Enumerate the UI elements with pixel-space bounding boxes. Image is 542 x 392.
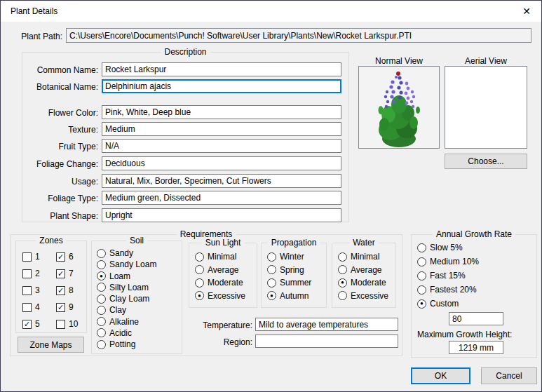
plant-shape-field[interactable]: [102, 208, 341, 222]
plant-details-dialog: Plant Details ✕ Plant Path: Description …: [0, 0, 542, 392]
soil-radio-alkaline[interactable]: Alkaline: [97, 317, 180, 327]
radio-icon: [338, 291, 347, 300]
texture-label: Texture:: [22, 125, 98, 135]
temperature-field[interactable]: [255, 318, 398, 331]
zone-checkbox-6[interactable]: ✓6: [56, 252, 83, 262]
sun-light-label: Minimal: [208, 252, 236, 262]
zone-checkbox-3[interactable]: 3: [22, 285, 56, 295]
temperature-label: Temperature:: [182, 320, 252, 330]
soil-label: Loam: [109, 271, 130, 281]
zone-label: 5: [35, 319, 40, 329]
radio-icon: [195, 278, 204, 288]
water-radio-moderate[interactable]: ●Moderate: [338, 278, 394, 288]
propagation-radio-spring[interactable]: Spring: [267, 265, 325, 275]
aerial-view-label: Aerial View: [445, 56, 527, 66]
zone-label: 3: [35, 285, 40, 295]
ok-button[interactable]: OK: [411, 367, 470, 384]
foliage-change-label: Foliage Change:: [22, 159, 98, 169]
soil-label: Potting: [109, 339, 135, 349]
botanical-name-field[interactable]: [102, 79, 341, 93]
sun-light-radio-moderate[interactable]: Moderate: [195, 278, 255, 288]
zone-checkbox-5[interactable]: ✓5: [22, 319, 56, 329]
fruit-type-field[interactable]: [102, 139, 341, 153]
zone-checkbox-8[interactable]: ✓8: [56, 285, 83, 295]
foliage-type-label: Foliage Type:: [22, 194, 98, 203]
sun-light-radio-excessive[interactable]: ●Excessive: [195, 291, 255, 301]
soil-radio-potting[interactable]: Potting: [97, 339, 180, 349]
zone-checkbox-10[interactable]: 10: [56, 319, 83, 329]
water-radio-excessive[interactable]: Excessive: [338, 291, 394, 301]
soil-radio-sandy-loam[interactable]: Sandy Loam: [97, 259, 180, 269]
checkbox-icon: ✓: [56, 252, 65, 262]
checkbox-icon: ✓: [56, 303, 65, 312]
growth-radio-custom[interactable]: ●Custom: [417, 299, 459, 309]
growth-radio-fast[interactable]: Fast 15%: [417, 271, 466, 281]
radio-icon: [97, 283, 106, 292]
zone-maps-button[interactable]: Zone Maps: [18, 337, 84, 353]
zone-checkbox-1[interactable]: 1: [22, 252, 56, 262]
soil-radio-acidic[interactable]: Acidic: [97, 328, 180, 338]
soil-radio-clay-loam[interactable]: Clay Loam: [97, 294, 180, 304]
flower-color-label: Flower Color:: [22, 108, 98, 118]
radio-icon: [267, 265, 276, 274]
texture-field[interactable]: [102, 122, 341, 136]
radio-icon: [417, 285, 426, 295]
foliage-type-field[interactable]: [102, 191, 341, 205]
plant-path-field[interactable]: [66, 28, 531, 43]
soil-radio-silty-loam[interactable]: Silty Loam: [97, 283, 180, 292]
zone-checkbox-4[interactable]: 4: [22, 302, 56, 312]
radio-icon: [97, 295, 106, 304]
propagation-radio-winter[interactable]: Winter: [267, 252, 325, 262]
soil-radio-clay[interactable]: Clay: [97, 305, 180, 315]
zone-label: 9: [69, 302, 74, 312]
foliage-change-field[interactable]: [102, 156, 341, 170]
plant-path-label: Plant Path:: [1, 32, 62, 41]
usage-field[interactable]: [102, 174, 341, 188]
soil-radio-loam[interactable]: ●Loam: [97, 271, 180, 281]
water-radio-minimal[interactable]: Minimal: [338, 252, 394, 262]
normal-view-preview[interactable]: [358, 66, 440, 149]
radio-icon: [97, 328, 106, 337]
growth-label: Custom: [430, 299, 459, 309]
annual-growth-rate-group: Annual Growth Rate Slow 5% Medium 10% Fa…: [411, 234, 537, 358]
common-name-field[interactable]: [102, 62, 341, 76]
growth-radio-medium[interactable]: Medium 10%: [417, 257, 479, 266]
radio-icon: [417, 271, 426, 281]
growth-label: Slow 5%: [430, 243, 463, 252]
growth-radio-fastest[interactable]: Fastest 20%: [417, 285, 477, 295]
sun-light-radio-minimal[interactable]: Minimal: [195, 252, 255, 262]
water-label: Minimal: [351, 252, 379, 262]
checkbox-icon: [56, 320, 65, 329]
sun-light-radio-average[interactable]: Average: [195, 265, 255, 275]
close-icon[interactable]: ✕: [520, 5, 533, 18]
zones-group-title: Zones: [36, 236, 66, 245]
propagation-radio-autumn[interactable]: ●Autumn: [267, 291, 325, 301]
water-radio-average[interactable]: Average: [338, 265, 394, 275]
radio-icon: [338, 265, 347, 274]
choose-button[interactable]: Choose...: [445, 154, 527, 169]
zone-checkbox-7[interactable]: ✓7: [56, 269, 83, 278]
propagation-radio-summer[interactable]: Summer: [267, 278, 325, 288]
max-growth-height-field[interactable]: [449, 341, 503, 354]
radio-icon: ●: [267, 291, 276, 300]
region-field[interactable]: [255, 334, 398, 348]
aerial-view-preview[interactable]: [445, 66, 527, 149]
flower-color-field[interactable]: [102, 105, 341, 119]
max-growth-height-label: Maximum Growth Height:: [417, 330, 512, 339]
zone-checkbox-9[interactable]: ✓9: [56, 302, 83, 312]
growth-label: Medium 10%: [430, 257, 479, 266]
soil-radio-sandy[interactable]: Sandy: [97, 248, 180, 258]
growth-radio-slow[interactable]: Slow 5%: [417, 243, 463, 252]
custom-growth-rate-field[interactable]: [449, 312, 503, 325]
zones-group: Zones 1 ✓6 2 ✓7 3 ✓8 4 ✓9 ✓5 10: [15, 241, 87, 333]
propagation-group: Propagation Winter Spring Summer ●Autumn: [261, 243, 327, 308]
water-group: Water Minimal Average ●Moderate Excessiv…: [332, 243, 396, 308]
zone-label: 2: [35, 269, 40, 278]
radio-icon: ●: [338, 278, 347, 288]
water-label: Moderate: [351, 278, 386, 288]
sun-light-group: Sun Light Minimal Average Moderate ●Exce…: [189, 243, 257, 308]
radio-icon: [195, 265, 204, 274]
cancel-button[interactable]: Cancel: [481, 367, 537, 384]
description-group-title: Description: [161, 47, 210, 57]
zone-checkbox-2[interactable]: 2: [22, 269, 56, 278]
